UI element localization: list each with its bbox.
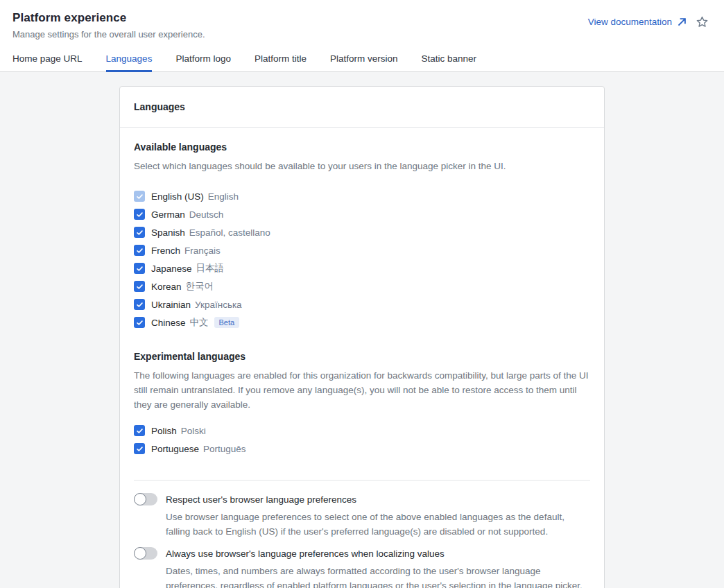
tab-platform-logo[interactable]: Platform logo (175, 49, 231, 72)
available-languages-list: English (US)EnglishGermanDeutschSpanishE… (134, 187, 590, 331)
language-row-english-us-[interactable]: English (US)English (134, 187, 590, 205)
toggle-switch-off[interactable] (134, 547, 157, 560)
language-row-french[interactable]: FrenchFrançais (134, 241, 590, 259)
page-header: Platform experience Manage settings for … (0, 0, 724, 72)
toggle-knob (134, 493, 146, 505)
checkbox-german-checked[interactable] (134, 209, 145, 220)
language-row-polish[interactable]: PolishPolski (134, 422, 590, 440)
language-native-name: 中文 (190, 316, 209, 329)
experimental-languages-description: The following languages are enabled for … (134, 368, 590, 412)
language-row-spanish[interactable]: SpanishEspañol, castellano (134, 223, 590, 241)
available-languages-section: Available languages Select which languag… (134, 141, 590, 331)
toggle-switch-line: Always use browser's language preference… (134, 547, 590, 560)
toggle-row-respect-user-s-browser-language-preferen: Respect user's browser language preferen… (134, 493, 590, 539)
language-native-name: 日本語 (196, 262, 225, 275)
view-documentation-link[interactable]: View documentation (588, 17, 687, 27)
language-native-name: English (208, 191, 239, 202)
checkbox-chinese-checked[interactable] (134, 317, 145, 328)
toggle-switch-line: Respect user's browser language preferen… (134, 493, 590, 505)
checkbox-spanish-checked[interactable] (134, 227, 145, 238)
language-row-korean[interactable]: Korean한국어 (134, 277, 590, 295)
language-name: Spanish (151, 227, 185, 238)
language-name: Korean (151, 282, 182, 292)
experimental-languages-section: Experimental languages The following lan… (134, 351, 590, 458)
toggle-description: Dates, times, and numbers are always for… (166, 564, 590, 588)
toggle-label: Respect user's browser language preferen… (166, 494, 356, 505)
checkbox-english-us--checked (134, 191, 145, 202)
toggle-label: Always use browser's language preference… (166, 548, 445, 559)
toggle-row-always-use-browser-s-language-preference: Always use browser's language preference… (134, 547, 590, 588)
tab-bar: Home page URLLanguagesPlatform logoPlatf… (0, 49, 724, 72)
language-row-german[interactable]: GermanDeutsch (134, 205, 590, 223)
tab-languages[interactable]: Languages (106, 49, 153, 72)
languages-card: Languages Available languages Select whi… (119, 86, 605, 588)
experimental-languages-list: PolishPolskiPortuguesePortuguês (134, 422, 590, 458)
tab-home-page-url[interactable]: Home page URL (12, 49, 83, 72)
language-row-portuguese[interactable]: PortuguesePortuguês (134, 440, 590, 458)
toggle-switch-off[interactable] (134, 493, 157, 505)
checkbox-ukrainian-checked[interactable] (134, 299, 145, 310)
language-row-ukrainian[interactable]: UkrainianУкраїнська (134, 295, 590, 313)
language-native-name: Español, castellano (189, 227, 270, 238)
browser-preference-toggles: Respect user's browser language preferen… (134, 493, 590, 588)
card-header: Languages (120, 87, 604, 128)
view-documentation-label: View documentation (588, 17, 672, 27)
available-languages-description: Select which languages should be availab… (134, 159, 590, 173)
available-languages-heading: Available languages (134, 141, 590, 153)
checkbox-japanese-checked[interactable] (134, 263, 145, 274)
language-name: Japanese (151, 263, 192, 274)
language-name: Portuguese (151, 444, 199, 454)
page-subtitle: Manage settings for the overall user exp… (12, 29, 205, 40)
language-name: Polish (151, 426, 177, 436)
section-divider (134, 480, 590, 481)
tab-static-banner[interactable]: Static banner (422, 49, 477, 72)
favorite-star-icon[interactable] (696, 15, 709, 28)
external-link-icon (677, 17, 687, 27)
language-native-name: Українська (195, 300, 242, 310)
language-name: French (151, 245, 180, 256)
card-title: Languages (134, 101, 590, 112)
header-actions: View documentation (588, 15, 712, 28)
card-body: Available languages Select which languag… (120, 128, 604, 588)
language-name: Chinese (151, 318, 186, 328)
language-row-japanese[interactable]: Japanese日本語 (134, 259, 590, 277)
checkbox-french-checked[interactable] (134, 245, 145, 256)
language-native-name: Français (184, 245, 221, 256)
language-name: German (151, 209, 185, 220)
language-row-chinese[interactable]: Chinese中文Beta (134, 313, 590, 331)
checkbox-korean-checked[interactable] (134, 281, 145, 292)
language-name: Ukrainian (151, 300, 191, 310)
language-native-name: Deutsch (189, 209, 224, 220)
tab-platform-title[interactable]: Platform title (255, 49, 307, 72)
beta-badge: Beta (214, 317, 240, 328)
toggle-knob (134, 547, 146, 560)
experimental-languages-heading: Experimental languages (134, 351, 590, 362)
tab-platform-version[interactable]: Platform version (330, 49, 398, 72)
checkbox-polish-checked[interactable] (134, 425, 145, 436)
language-native-name: Português (203, 444, 246, 454)
content-area: Languages Available languages Select whi… (0, 72, 724, 588)
checkbox-portuguese-checked[interactable] (134, 443, 145, 454)
language-native-name: Polski (181, 426, 206, 436)
header-text-block: Platform experience Manage settings for … (12, 11, 205, 40)
language-native-name: 한국어 (186, 280, 214, 293)
page-title: Platform experience (12, 11, 205, 25)
toggle-description: Use browser language preferences to sele… (166, 510, 590, 539)
language-name: English (US) (151, 191, 204, 202)
